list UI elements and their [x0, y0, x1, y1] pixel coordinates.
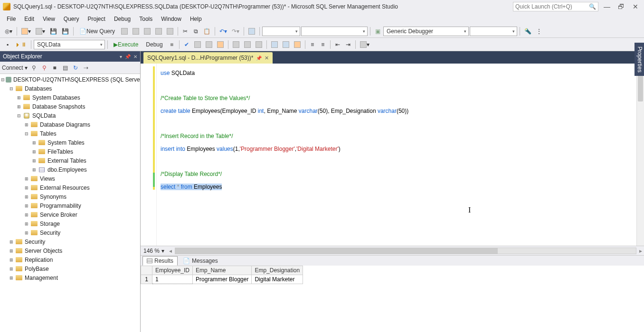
tree-dbo-employees[interactable]: ⊞dbo.Employees	[0, 165, 140, 174]
tb-btn-4[interactable]	[153, 26, 164, 37]
solution-platform-combo[interactable]	[301, 27, 368, 36]
tree-management[interactable]: ⊞Management	[0, 273, 140, 282]
tb2-btn-2[interactable]: ⏵⏸	[13, 39, 28, 50]
tree-system-tables[interactable]: ⊞System Tables	[0, 138, 140, 147]
results-grid[interactable]: Employee_ID Emp_Name Emp_Designation 1 1…	[141, 266, 644, 332]
tree-server[interactable]: ⊟DESKTOP-U2Q7NTH\SQLEXPRESS (SQL Server	[0, 75, 140, 84]
tb2-indent-2[interactable]: ≡	[318, 39, 328, 50]
oe-tool-2[interactable]: ⚲	[40, 64, 48, 72]
tb-btn-5[interactable]	[165, 26, 175, 37]
tree-sqldata-db[interactable]: ⊟SQLData	[0, 111, 140, 120]
tb2-indent-1[interactable]: ≡	[308, 39, 317, 50]
tree-tables[interactable]: ⊟Tables	[0, 129, 140, 138]
tree-replication[interactable]: ⊞Replication	[0, 255, 140, 264]
tree-storage[interactable]: ⊞Storage	[0, 219, 140, 228]
tb2-res-3[interactable]	[254, 39, 264, 50]
minimize-button[interactable]: —	[601, 3, 613, 10]
new-query-button[interactable]: 📄 New Query	[76, 26, 118, 37]
tree-service-broker[interactable]: ⊞Service Broker	[0, 210, 140, 219]
connect-button[interactable]: Connect ▾	[2, 65, 28, 71]
pin-icon[interactable]: 📌	[256, 55, 262, 61]
tb-extra-button[interactable]: ⋮	[534, 26, 544, 37]
back-button[interactable]: ◎▾	[3, 26, 14, 37]
tree-external-resources[interactable]: ⊞External Resources	[0, 183, 140, 192]
paste-button[interactable]: 📋	[201, 26, 212, 37]
object-explorer-tree[interactable]: ⊟DESKTOP-U2Q7NTH\SQLEXPRESS (SQL Server …	[0, 74, 140, 332]
solution-config-combo[interactable]	[262, 27, 300, 36]
tb2-plan-3[interactable]	[215, 39, 226, 50]
tree-programmability[interactable]: ⊞Programmability	[0, 201, 140, 210]
tb-btn-2[interactable]	[131, 26, 141, 37]
tb2-res-1[interactable]	[231, 39, 241, 50]
panel-pin-button[interactable]: 📌	[125, 54, 131, 59]
tab-close-button[interactable]: ✕	[265, 55, 269, 61]
tb2-plan-1[interactable]	[192, 39, 203, 50]
menu-file[interactable]: File	[3, 15, 19, 23]
zoom-combo[interactable]: 146 % ▾	[141, 248, 167, 254]
results-row[interactable]: 1 1 Programmer Blogger Digital Marketer	[141, 275, 303, 284]
tree-external-tables[interactable]: ⊞External Tables	[0, 156, 140, 165]
messages-tab[interactable]: 📄Messages	[179, 256, 222, 266]
parse-button[interactable]: ✔	[182, 39, 191, 50]
undo-button[interactable]: ↶▾	[218, 26, 229, 37]
cell-emp-designation[interactable]: Digital Marketer	[252, 275, 303, 284]
tree-database-diagrams[interactable]: ⊞Database Diagrams	[0, 120, 140, 129]
tb2-grid-2[interactable]	[281, 39, 291, 50]
tb2-grid-3[interactable]	[292, 39, 303, 50]
cell-emp-name[interactable]: Programmer Blogger	[193, 275, 252, 284]
open-button[interactable]: ▾	[34, 26, 47, 37]
menu-tools[interactable]: Tools	[135, 15, 156, 23]
tree-databases[interactable]: ⊟Databases	[0, 84, 140, 93]
tree-system-databases[interactable]: ⊞System Databases	[0, 93, 140, 102]
properties-side-tab[interactable]: Properties	[635, 43, 644, 76]
oe-refresh-button[interactable]: ↻	[71, 64, 80, 72]
tree-synonyms[interactable]: ⊞Synonyms	[0, 192, 140, 201]
col-emp-name[interactable]: Emp_Name	[193, 266, 252, 275]
tree-security[interactable]: ⊞Security	[0, 237, 140, 246]
save-button[interactable]: 💾	[48, 26, 59, 37]
cut-button[interactable]: ✂	[180, 26, 190, 37]
tb-btn-1[interactable]	[119, 26, 130, 37]
cell-employee-id[interactable]: 1	[152, 275, 193, 284]
quick-launch-input[interactable]: Quick Launch (Ctrl+Q) 🔍	[513, 2, 598, 11]
tb-btn-3[interactable]	[142, 26, 152, 37]
tree-polybase[interactable]: ⊞PolyBase	[0, 264, 140, 273]
tb2-res-2[interactable]	[242, 39, 253, 50]
document-tab[interactable]: SQLQuery1.sql - D...H\Programmer (53))* …	[143, 52, 273, 64]
col-employee-id[interactable]: Employee_ID	[152, 266, 193, 275]
debug-button[interactable]: Debug	[142, 39, 166, 50]
tb2-specify-values[interactable]: ▾	[358, 39, 371, 50]
results-tab[interactable]: Results	[142, 256, 178, 266]
menu-debug[interactable]: Debug	[110, 15, 134, 23]
menu-help[interactable]: Help	[186, 15, 206, 23]
menu-project[interactable]: Project	[84, 15, 109, 23]
maximize-button[interactable]: 🗗	[616, 3, 627, 10]
col-emp-designation[interactable]: Emp_Designation	[252, 266, 303, 275]
tb-grid-button[interactable]	[246, 26, 257, 37]
redo-button[interactable]: ↷▾	[230, 26, 241, 37]
tb2-comment-1[interactable]: ⇤	[333, 39, 342, 50]
save-all-button[interactable]: 💾	[60, 26, 71, 37]
tree-views[interactable]: ⊞Views	[0, 174, 140, 183]
copy-button[interactable]: ⧉	[191, 26, 200, 37]
oe-tool-1[interactable]: ⚲	[29, 64, 38, 72]
tree-server-objects[interactable]: ⊞Server Objects	[0, 246, 140, 255]
oe-tool-6[interactable]: ⇢	[82, 64, 90, 72]
code-editor[interactable]: use SQLData /*Create Table to Store the …	[141, 64, 644, 246]
code-content[interactable]: use SQLData /*Create Table to Store the …	[157, 64, 636, 246]
panel-dropdown-button[interactable]: ▾	[120, 54, 122, 59]
menu-view[interactable]: View	[39, 15, 59, 23]
debugger-combo-2[interactable]	[470, 27, 517, 36]
new-project-button[interactable]: ▾	[19, 26, 33, 37]
menu-edit[interactable]: Edit	[20, 15, 38, 23]
editor-horizontal-scrollbar[interactable]	[175, 248, 636, 254]
tree-database-snapshots[interactable]: ⊞Database Snapshots	[0, 102, 140, 111]
menu-query[interactable]: Query	[60, 15, 83, 23]
tree-filetables[interactable]: ⊞FileTables	[0, 147, 140, 156]
menu-window[interactable]: Window	[157, 15, 185, 23]
database-combo[interactable]: SQLData	[34, 40, 105, 49]
tb2-grid-1[interactable]	[269, 39, 280, 50]
close-button[interactable]: ✕	[630, 3, 641, 10]
tb2-btn-1[interactable]: ▪	[3, 39, 12, 50]
cancel-query-button[interactable]: ■	[167, 39, 177, 50]
